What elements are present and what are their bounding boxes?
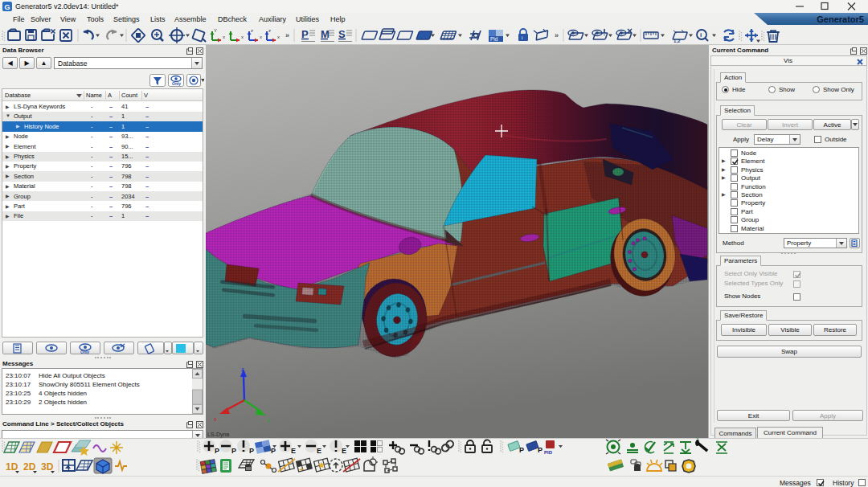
svg-text:E: E bbox=[291, 447, 296, 455]
svg-text:i: i bbox=[700, 31, 702, 39]
svg-text:P: P bbox=[215, 447, 219, 455]
svg-text:P: P bbox=[271, 447, 276, 455]
svg-text:x: x bbox=[260, 35, 262, 39]
svg-text:Only: Only bbox=[80, 350, 89, 354]
svg-text:»: » bbox=[285, 31, 289, 39]
svg-text:x: x bbox=[214, 416, 217, 422]
svg-text:Pid: Pid bbox=[490, 36, 498, 42]
svg-text:P: P bbox=[249, 447, 254, 455]
svg-text:3D: 3D bbox=[41, 461, 54, 473]
svg-text:»: » bbox=[555, 31, 559, 39]
svg-text:G: G bbox=[4, 3, 10, 11]
svg-text:Generator5: Generator5 bbox=[817, 14, 864, 24]
svg-text:z: z bbox=[268, 28, 271, 33]
svg-text:1D: 1D bbox=[6, 461, 18, 473]
svg-text:P: P bbox=[538, 446, 542, 454]
svg-text:PID: PID bbox=[544, 450, 553, 455]
svg-text:E: E bbox=[317, 447, 321, 455]
svg-text:Y: Y bbox=[214, 28, 217, 33]
svg-text:i: i bbox=[522, 35, 522, 40]
svg-text:Y: Y bbox=[267, 418, 271, 424]
svg-text:P: P bbox=[519, 446, 524, 454]
svg-text:LS-Dyna: LS-Dyna bbox=[207, 432, 229, 438]
svg-text:x: x bbox=[223, 35, 225, 39]
svg-text:z: z bbox=[251, 28, 253, 33]
svg-text:E: E bbox=[342, 447, 346, 455]
svg-text:2D: 2D bbox=[23, 461, 36, 473]
svg-text:P: P bbox=[231, 447, 236, 455]
svg-text:Only: Only bbox=[172, 81, 181, 86]
svg-text:x: x bbox=[277, 35, 280, 39]
svg-text:x: x bbox=[241, 35, 244, 39]
svg-text:1,2: 1,2 bbox=[674, 39, 681, 43]
svg-text:z: z bbox=[241, 366, 244, 372]
